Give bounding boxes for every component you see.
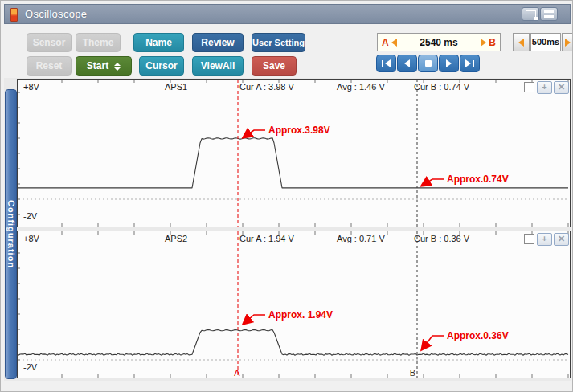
cursor-b-readout: Cur B : 0.36 V [414,234,469,243]
annotation-a-text: Approx.3.98V [268,125,330,136]
step-forward-button[interactable] [439,55,459,72]
annotation-arrow-b [422,179,444,186]
channel-close-button[interactable]: ✕ [554,233,569,246]
channel-aps1: Approx.3.98V Approx.0.74V +8V APS1 Cur A… [17,79,571,227]
a-step-left-icon[interactable] [391,39,397,47]
ab-gap-value: 2540 ms [397,37,481,48]
configuration-tab-label: Configuration [6,200,16,268]
step-back-icon [404,59,410,67]
skip-to-start-icon [385,59,391,67]
user-setting-button[interactable]: User Setting [252,33,305,52]
tile-windows-icon [544,10,554,13]
channel-name: APS1 [165,82,187,92]
interval-decrease-button[interactable] [513,33,530,51]
skip-to-end-button[interactable] [460,55,480,72]
v-top-label: +8V [23,234,39,243]
skip-to-start-button[interactable] [376,55,396,72]
theme-button[interactable]: Theme [76,33,121,52]
window-restore-button[interactable] [522,7,539,21]
window-title: Oscilloscope [25,8,87,20]
step-back-button[interactable] [397,55,417,72]
channel-name: APS2 [165,234,187,243]
tick-marks [18,231,568,378]
review-button[interactable]: Review [192,33,244,52]
skip-to-end-icon [465,59,471,67]
channel-close-button[interactable]: ✕ [554,81,569,94]
name-button[interactable]: Name [133,33,184,52]
left-triangle-icon [518,39,524,47]
step-forward-icon [446,59,452,67]
stop-icon [425,60,432,67]
reset-button[interactable]: Reset [27,56,72,76]
channel-zoom-button[interactable]: + [537,233,552,246]
channel-checkbox[interactable] [524,82,534,92]
interval-increase-button[interactable] [562,33,573,51]
oscilloscope-window: Oscilloscope Sensor Theme Name Review Us… [0,0,573,392]
viewall-button[interactable]: ViewAll [192,56,244,76]
annotation-arrow-a [244,315,265,324]
app-logo-icon [10,8,18,22]
window-tile-button[interactable] [540,7,558,21]
scope-area: Configuration Approx.3.98V Approx.0.74V [4,78,571,381]
cursor-a-readout: Cur A : 1.94 V [239,234,294,243]
window-restore-icon [526,10,536,18]
channel-aps2: Approx. 1.94V Approx.0.36V A B +8V APS2 … [17,231,571,378]
save-button[interactable]: Save [252,56,297,76]
avg-readout: Avg : 0.71 V [337,234,385,243]
cursor-a-readout: Cur A : 3.98 V [239,82,294,92]
channel-checkbox[interactable] [524,234,534,244]
annotation-a-text: Approx. 1.94V [268,309,333,321]
cursor-a-letter: A [382,37,389,48]
cursor-a-bottom-label: A [234,368,240,378]
cursor-b-bottom-label: B [410,368,415,378]
channel-aps1-plot: Approx.3.98V Approx.0.74V [18,80,570,227]
v-bottom-label: -2V [23,362,37,372]
annotation-b-text: Approx.0.36V [447,330,509,341]
cursor-b-readout: Cur B : 0.74 V [414,82,469,92]
avg-readout: Avg : 1.46 V [337,82,385,92]
start-button[interactable]: Start [76,56,132,76]
start-spinner-icon [114,63,121,71]
right-triangle-icon [565,39,571,47]
cursor-b-letter: B [489,37,496,48]
channel-zoom-button[interactable]: + [537,81,552,94]
v-bottom-label: -2V [23,211,37,221]
b-step-right-icon[interactable] [481,39,486,47]
ab-range-box: A 2540 ms B [377,33,501,51]
stop-button[interactable] [418,55,438,72]
channel-aps2-plot: Approx. 1.94V Approx.0.36V A B [18,231,570,378]
titlebar: Oscilloscope [4,4,571,24]
configuration-tab[interactable]: Configuration [5,89,17,379]
cursor-button[interactable]: Cursor [139,56,184,76]
sensor-button[interactable]: Sensor [27,33,72,52]
annotation-arrow-a [244,130,265,137]
interval-value[interactable]: 500ms [530,33,561,51]
tick-marks [18,80,568,227]
annotation-arrow-b [422,336,444,349]
v-top-label: +8V [23,82,39,92]
annotation-b-text: Approx.0.74V [447,174,509,185]
